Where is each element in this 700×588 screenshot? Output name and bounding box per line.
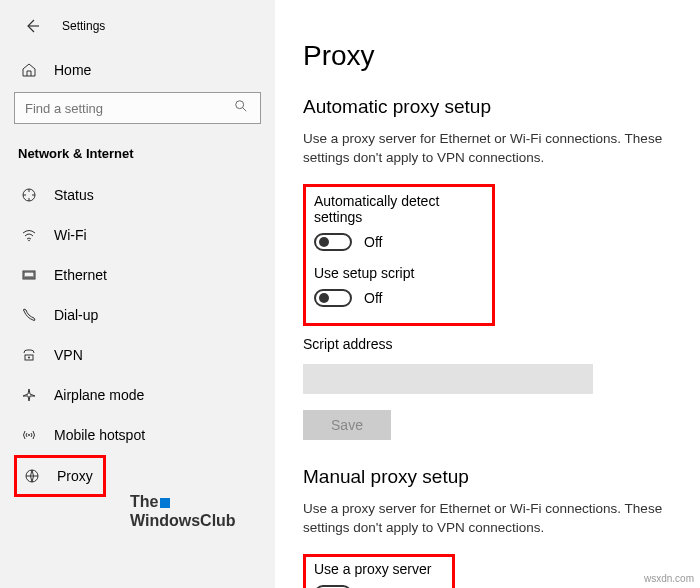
detect-label: Automatically detect settings (314, 193, 484, 225)
search-icon (234, 99, 250, 117)
search-input[interactable] (25, 101, 234, 116)
section-manual-heading: Manual proxy setup (303, 466, 700, 488)
auto-settings-highlight: Automatically detect settings Off Use se… (303, 184, 495, 326)
content-pane: Proxy Automatic proxy setup Use a proxy … (275, 0, 700, 588)
ethernet-icon (20, 267, 38, 283)
arrow-left-icon (24, 18, 40, 34)
use-proxy-label: Use a proxy server (314, 561, 444, 577)
sidebar-item-ethernet[interactable]: Ethernet (0, 255, 275, 295)
sidebar-item-label: Dial-up (54, 307, 98, 323)
page-title: Proxy (303, 40, 700, 72)
detect-toggle[interactable] (314, 233, 352, 251)
sidebar-item-label: Wi-Fi (54, 227, 87, 243)
airplane-icon (20, 387, 38, 403)
sidebar-item-vpn[interactable]: VPN (0, 335, 275, 375)
nav-home-label: Home (54, 62, 91, 78)
manual-settings-highlight: Use a proxy server Off (303, 554, 455, 588)
svg-point-0 (236, 101, 244, 109)
hotspot-icon (20, 427, 38, 443)
back-button[interactable] (20, 14, 44, 38)
dialup-icon (20, 307, 38, 323)
script-toggle[interactable] (314, 289, 352, 307)
sidebar-item-label: Mobile hotspot (54, 427, 145, 443)
sidebar-item-label: Ethernet (54, 267, 107, 283)
search-box[interactable] (14, 92, 261, 124)
svg-point-7 (28, 434, 30, 436)
category-title: Network & Internet (0, 142, 275, 175)
app-title: Settings (62, 19, 105, 33)
svg-point-6 (28, 357, 30, 359)
sidebar-header: Settings (0, 14, 275, 52)
sidebar-item-wifi[interactable]: Wi-Fi (0, 215, 275, 255)
home-icon (20, 62, 38, 78)
section-auto-heading: Automatic proxy setup (303, 96, 700, 118)
footer-credit: wsxdn.com (644, 573, 694, 584)
section-auto-desc: Use a proxy server for Ethernet or Wi-Fi… (303, 130, 700, 168)
watermark-line1: The (130, 493, 158, 510)
detect-state: Off (364, 234, 382, 250)
sidebar-item-status[interactable]: Status (0, 175, 275, 215)
script-state: Off (364, 290, 382, 306)
sidebar-item-proxy-highlight: Proxy (14, 455, 106, 497)
search-wrap (0, 88, 275, 142)
svg-point-2 (28, 240, 30, 242)
script-label: Use setup script (314, 265, 484, 281)
watermark-line2: WindowsClub (130, 512, 236, 530)
status-icon (20, 187, 38, 203)
toggle-knob (319, 237, 329, 247)
script-address-label: Script address (303, 336, 700, 352)
sidebar-item-hotspot[interactable]: Mobile hotspot (0, 415, 275, 455)
sidebar-item-proxy[interactable]: Proxy (17, 458, 103, 494)
sidebar-item-label: Proxy (57, 468, 93, 484)
sidebar-item-label: VPN (54, 347, 83, 363)
globe-icon (23, 468, 41, 484)
nav-home[interactable]: Home (0, 52, 275, 88)
section-manual-desc: Use a proxy server for Ethernet or Wi-Fi… (303, 500, 700, 538)
script-address-input[interactable] (303, 364, 593, 394)
watermark-logo-icon (160, 498, 170, 508)
watermark: The WindowsClub (130, 493, 236, 530)
save-button[interactable]: Save (303, 410, 391, 440)
sidebar-item-dialup[interactable]: Dial-up (0, 295, 275, 335)
vpn-icon (20, 347, 38, 363)
sidebar-item-label: Status (54, 187, 94, 203)
wifi-icon (20, 227, 38, 243)
sidebar-item-label: Airplane mode (54, 387, 144, 403)
sidebar-item-airplane[interactable]: Airplane mode (0, 375, 275, 415)
use-proxy-toggle[interactable] (314, 585, 352, 588)
toggle-knob (319, 293, 329, 303)
